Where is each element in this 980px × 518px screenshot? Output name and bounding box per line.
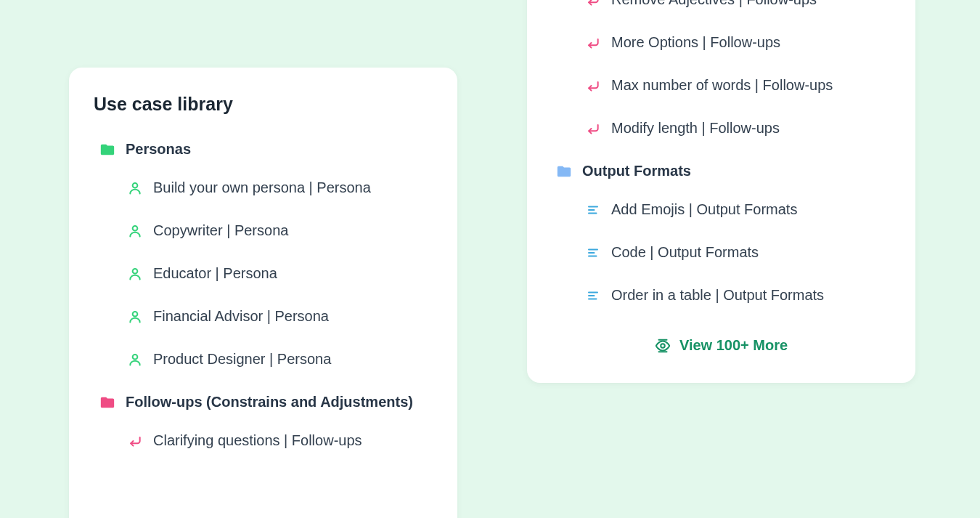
section-output-formats[interactable]: Output Formats (527, 157, 915, 185)
list-item[interactable]: Product Designer | Persona (94, 345, 433, 373)
svg-point-4 (133, 354, 138, 359)
section-label: Follow-ups (Constrains and Adjustments) (126, 394, 413, 410)
return-icon (585, 35, 601, 51)
lines-icon (585, 202, 601, 218)
view-more-button[interactable]: View 100+ More (527, 324, 915, 357)
list-item[interactable]: Remove Adjectives | Follow-ups (527, 0, 915, 14)
list-item[interactable]: Code | Output Formats (527, 238, 915, 267)
section-label: Personas (126, 141, 191, 158)
list-item[interactable]: Copywriter | Persona (94, 216, 433, 245)
person-icon (127, 223, 143, 239)
view-icon (655, 338, 671, 354)
library-card-left: Use case library Personas Build your own… (69, 68, 457, 518)
item-label: Educator | Persona (153, 265, 277, 282)
list-item[interactable]: More Options | Follow-ups (527, 28, 915, 57)
svg-point-3 (133, 311, 138, 316)
person-icon (127, 180, 143, 196)
item-label: Code | Output Formats (611, 244, 759, 261)
section-followups[interactable]: Follow-ups (Constrains and Adjustments) (94, 388, 433, 416)
view-more-label: View 100+ More (679, 337, 788, 354)
item-label: Copywriter | Persona (153, 222, 288, 239)
list-item[interactable]: Educator | Persona (94, 259, 433, 288)
lines-icon (585, 288, 601, 304)
item-label: Product Designer | Persona (153, 351, 331, 368)
item-label: Max number of words | Follow-ups (611, 77, 833, 94)
person-icon (127, 352, 143, 368)
item-label: Clarifying questions | Follow-ups (153, 432, 362, 449)
section-personas[interactable]: Personas (94, 135, 433, 163)
return-icon (127, 433, 143, 449)
list-item[interactable]: Order in a table | Output Formats (527, 281, 915, 309)
library-card-right: Remove Adjectives | Follow-ups More Opti… (527, 0, 915, 383)
svg-point-2 (133, 268, 138, 273)
list-item[interactable]: Modify length | Follow-ups (527, 114, 915, 142)
svg-point-14 (661, 344, 665, 348)
item-label: Financial Advisor | Persona (153, 308, 329, 325)
list-item[interactable]: Clarifying questions | Follow-ups (94, 426, 433, 455)
lines-icon (585, 245, 601, 261)
item-label: Modify length | Follow-ups (611, 120, 780, 137)
item-label: More Options | Follow-ups (611, 34, 780, 51)
section-label: Output Formats (582, 163, 691, 179)
list-item[interactable]: Build your own persona | Persona (94, 174, 433, 202)
list-item[interactable]: Max number of words | Follow-ups (527, 71, 915, 100)
svg-point-1 (133, 225, 138, 230)
return-icon (585, 121, 601, 137)
list-item[interactable]: Add Emojis | Output Formats (527, 195, 915, 224)
return-icon (585, 0, 601, 8)
list-item[interactable]: Financial Advisor | Persona (94, 302, 433, 331)
svg-point-0 (133, 182, 138, 187)
folder-icon (99, 394, 115, 410)
return-icon (585, 78, 601, 94)
person-icon (127, 309, 143, 325)
page-title: Use case library (94, 94, 433, 115)
item-label: Order in a table | Output Formats (611, 287, 824, 304)
item-label: Build your own persona | Persona (153, 179, 371, 196)
folder-icon (556, 163, 572, 179)
person-icon (127, 266, 143, 282)
item-label: Add Emojis | Output Formats (611, 201, 797, 218)
item-label: Remove Adjectives | Follow-ups (611, 0, 817, 8)
folder-icon (99, 142, 115, 158)
